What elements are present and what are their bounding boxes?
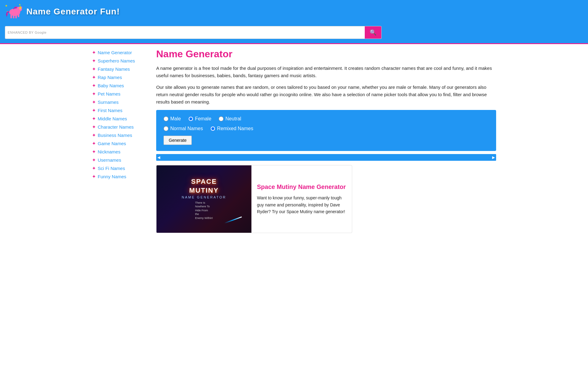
radio-male-input[interactable] [164, 116, 168, 121]
svg-text:★: ★ [19, 3, 21, 6]
radio-neutral[interactable]: Neutral [219, 116, 241, 122]
svg-rect-11 [13, 15, 14, 18]
sidebar-star-icon: ✦ [92, 149, 96, 155]
sidebar-item-middle-names[interactable]: ✦ Middle Names [92, 116, 153, 122]
sidebar-item-name-generator[interactable]: ✦ Name Generator [92, 50, 153, 55]
search-button[interactable]: 🔍 [365, 26, 381, 39]
sidebar-star-icon: ✦ [92, 91, 96, 97]
sidebar-item-fantasy-names[interactable]: ✦ Fantasy Names [92, 66, 153, 72]
radio-female-label: Female [195, 116, 211, 122]
sidebar-item-label: Nicknames [98, 149, 120, 154]
sidebar-item-business-names[interactable]: ✦ Business Names [92, 132, 153, 138]
progress-bar-area: ◀ ▶ [156, 154, 496, 161]
radio-normal-input[interactable] [164, 126, 168, 131]
sidebar-item-label: Pet Names [98, 91, 120, 96]
sidebar-star-icon: ✦ [92, 58, 96, 64]
sidebar-star-icon: ✦ [92, 83, 96, 89]
search-label: ENHANCED BY Google [5, 31, 49, 34]
radio-normal-label: Normal Names [170, 126, 203, 131]
feature-card-desc: Want to know your funny, super-manly tou… [257, 194, 346, 215]
sidebar-item-surnames[interactable]: ✦ Surnames [92, 99, 153, 105]
sidebar-item-usernames[interactable]: ✦ Usernames [92, 157, 153, 163]
sidebar-item-label: Fantasy Names [98, 66, 130, 72]
sidebar-item-label: Funny Names [98, 174, 126, 179]
svg-rect-12 [15, 15, 17, 18]
svg-point-9 [20, 9, 21, 9]
sidebar-item-label: Business Names [98, 133, 132, 138]
sidebar-item-label: Superhero Names [98, 58, 135, 63]
space-mutiny-subtitle: NAME GENERATOR [182, 195, 226, 199]
sidebar-star-icon: ✦ [92, 107, 96, 113]
sidebar-item-label: Name Generator [98, 50, 132, 55]
radio-remixed-names[interactable]: Remixed Names [210, 126, 253, 131]
sidebar-star-icon: ✦ [92, 116, 96, 122]
logo-area: ★ ★ ★ ★ Name Genera [5, 3, 120, 20]
sidebar-item-label: Rap Names [98, 75, 122, 80]
page-title: Name Generator [156, 48, 496, 60]
radio-male[interactable]: Male [164, 116, 181, 122]
description-area: A name generator is a free tool made for… [156, 65, 496, 106]
sidebar-star-icon: ✦ [92, 99, 96, 105]
space-mutiny-title-line1: SPACE [191, 178, 217, 185]
sidebar-item-label: Game Names [98, 141, 126, 146]
sidebar-star-icon: ✦ [92, 74, 96, 80]
sidebar-item-character-names[interactable]: ✦ Character Names [92, 124, 153, 130]
gender-radio-row: Male Female Neutral [164, 116, 489, 122]
sidebar-star-icon: ✦ [92, 132, 96, 138]
sidebar-item-superhero-names[interactable]: ✦ Superhero Names [92, 58, 153, 64]
type-radio-row: Normal Names Remixed Names [164, 126, 489, 131]
space-mutiny-tagline: There IsNowhere ToHide FromtheEnemy With… [193, 201, 215, 220]
main-layout: ✦ Name Generator ✦ Superhero Names ✦ Fan… [89, 44, 499, 237]
sidebar-item-rap-names[interactable]: ✦ Rap Names [92, 74, 153, 80]
sidebar-item-label: Baby Names [98, 83, 124, 88]
sidebar-item-pet-names[interactable]: ✦ Pet Names [92, 91, 153, 97]
feature-card[interactable]: SPACE MUTINY NAME GENERATOR There IsNowh… [156, 165, 352, 233]
sidebar-item-baby-names[interactable]: ✦ Baby Names [92, 83, 153, 89]
sidebar-item-label: Sci Fi Names [98, 166, 125, 171]
sidebar-item-label: Surnames [98, 100, 119, 105]
search-container: ENHANCED BY Google 🔍 [5, 26, 382, 39]
sidebar-item-label: Usernames [98, 157, 121, 163]
radio-neutral-input[interactable] [219, 116, 224, 121]
sidebar: ✦ Name Generator ✦ Superhero Names ✦ Fan… [92, 48, 153, 233]
search-input[interactable] [49, 28, 365, 38]
sidebar-item-funny-names[interactable]: ✦ Funny Names [92, 174, 153, 179]
sidebar-item-label: Middle Names [98, 116, 127, 121]
scroll-left-icon[interactable]: ◀ [157, 155, 160, 160]
radio-remixed-label: Remixed Names [217, 126, 253, 131]
scroll-right-icon[interactable]: ▶ [492, 155, 495, 160]
description-paragraph-1: A name generator is a free tool made for… [156, 65, 496, 79]
laser-beam-decoration [224, 217, 242, 224]
svg-rect-10 [10, 15, 12, 18]
radio-normal-names[interactable]: Normal Names [164, 126, 203, 131]
feature-image: SPACE MUTINY NAME GENERATOR There IsNowh… [156, 165, 251, 233]
sidebar-item-nicknames[interactable]: ✦ Nicknames [92, 149, 153, 155]
feature-text: Space Mutiny Name Generator Want to know… [251, 165, 352, 233]
description-paragraph-2: Our site allows you to generate names th… [156, 84, 496, 106]
generator-box: Male Female Neutral Normal Names [156, 110, 496, 151]
search-bar-area: ENHANCED BY Google 🔍 [0, 23, 588, 44]
sidebar-item-game-names[interactable]: ✦ Game Names [92, 141, 153, 146]
sidebar-item-first-names[interactable]: ✦ First Names [92, 107, 153, 113]
radio-remixed-input[interactable] [210, 126, 215, 131]
sidebar-star-icon: ✦ [92, 157, 96, 163]
svg-text:★: ★ [5, 4, 8, 7]
sidebar-star-icon: ✦ [92, 165, 96, 171]
radio-female-input[interactable] [188, 116, 193, 121]
site-header: ★ ★ ★ ★ Name Genera [0, 0, 588, 23]
space-mutiny-title-line2: MUTINY [189, 187, 219, 194]
site-title-text: Name Generator Fun! [26, 7, 120, 17]
unicorn-logo-icon: ★ ★ ★ ★ [5, 3, 23, 20]
radio-neutral-label: Neutral [225, 116, 241, 122]
sidebar-item-label: Character Names [98, 124, 134, 130]
sidebar-item-sci-fi-names[interactable]: ✦ Sci Fi Names [92, 165, 153, 171]
radio-male-label: Male [170, 116, 181, 122]
sidebar-star-icon: ✦ [92, 174, 96, 179]
sidebar-item-label: First Names [98, 108, 123, 113]
svg-rect-13 [18, 14, 19, 17]
space-mutiny-image: SPACE MUTINY NAME GENERATOR There IsNowh… [156, 165, 251, 233]
radio-female[interactable]: Female [188, 116, 211, 122]
sidebar-star-icon: ✦ [92, 124, 96, 130]
content-area: Name Generator A name generator is a fre… [153, 48, 496, 233]
generate-button[interactable]: Generate [164, 136, 192, 145]
